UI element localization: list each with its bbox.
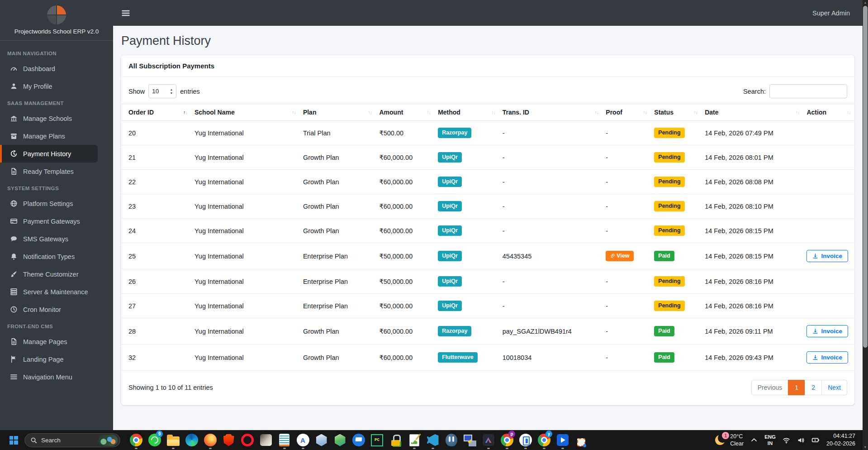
taskbar-icon-file-explorer[interactable] xyxy=(164,431,182,450)
taskbar-icon-chrome[interactable] xyxy=(127,431,145,450)
taskbar-icon-opera[interactable] xyxy=(238,431,256,450)
column-header-proof[interactable]: Proof↑↓ xyxy=(602,104,650,121)
taskbar-icon-report-editor[interactable] xyxy=(405,431,423,450)
volume-icon[interactable] xyxy=(797,436,805,444)
taskbar-icon-remote-monitor[interactable] xyxy=(349,431,368,450)
taskbar-icon-cube-3d[interactable] xyxy=(312,431,331,450)
column-header-plan[interactable]: Plan↑↓ xyxy=(299,104,376,121)
column-label: Proof xyxy=(606,109,622,116)
cell-amount: ₹60,000.00 xyxy=(375,194,434,219)
sidebar-item-manage-schools[interactable]: Manage Schools xyxy=(0,110,113,127)
sidebar-item-label: Server & Maintenance xyxy=(23,288,88,296)
taskbar-icon-vscode[interactable] xyxy=(423,431,442,450)
taskbar-icon-brave[interactable] xyxy=(219,431,238,450)
sidebar-item-ready-templates[interactable]: Ready Templates xyxy=(0,163,113,180)
user-menu[interactable]: Super Admin xyxy=(812,10,850,17)
weather-widget[interactable]: 1 20°C Clear xyxy=(714,433,744,448)
taskbar-icon-peak-a[interactable] xyxy=(479,431,498,450)
column-header-trans-id[interactable]: Trans. ID↑↓ xyxy=(499,104,602,121)
download-icon xyxy=(812,328,818,334)
cell-order-id: 28 xyxy=(121,318,191,345)
invoice-button[interactable]: Invoice xyxy=(806,325,848,337)
scroll-down-icon[interactable]: ▼ xyxy=(863,445,868,449)
column-header-order-id[interactable]: Order ID↑↓ xyxy=(121,104,191,121)
pagination-previous[interactable]: Previous xyxy=(751,380,788,395)
page-size-select[interactable]: 10 ▲▼ xyxy=(148,84,176,98)
sidebar-item-theme-customizer[interactable]: Theme Customizer xyxy=(0,265,113,283)
status-badge: Paid xyxy=(654,352,674,363)
taskbar-icon-firefox[interactable] xyxy=(201,431,219,450)
column-header-school-name[interactable]: School Name↑↓ xyxy=(191,104,299,121)
sidebar-item-manage-plans[interactable]: Manage Plans xyxy=(0,127,113,145)
pagination-next[interactable]: Next xyxy=(821,380,847,395)
taskbar-icon-chrome-profile-p[interactable]: p xyxy=(498,431,516,450)
brand[interactable]: Projectworlds School ERP v2.0 xyxy=(0,0,113,41)
taskbar-icon-winscp[interactable] xyxy=(386,431,405,450)
taskbar-icon-photos[interactable] xyxy=(256,431,275,450)
sidebar-nav: MAIN NAVIGATIONDashboardMy ProfileSAAS M… xyxy=(0,41,113,386)
taskbar-icon-pycharm[interactable] xyxy=(368,431,386,450)
column-header-amount[interactable]: Amount↑↓ xyxy=(375,104,434,121)
sidebar-item-payment-gateways[interactable]: Payment Gateways xyxy=(0,212,113,230)
taskbar-icon-edge[interactable] xyxy=(182,431,201,450)
sort-arrows-icon: ↑↓ xyxy=(693,110,697,115)
cell-plan: Growth Plan xyxy=(299,194,376,219)
taskbar-icon-screen-clip[interactable] xyxy=(572,431,590,450)
start-button[interactable] xyxy=(5,432,22,448)
sidebar-item-payment-history[interactable]: Payment History xyxy=(0,145,98,163)
payments-table: Order ID↑↓School Name↑↓Plan↑↓Amount↑↓Met… xyxy=(121,104,854,371)
cell-plan: Growth Plan xyxy=(299,345,376,371)
sidebar-item-server-maintenance[interactable]: Server & Maintenance xyxy=(0,283,113,301)
column-header-status[interactable]: Status↑↓ xyxy=(650,104,701,121)
sidebar-item-platform-settings[interactable]: Platform Settings xyxy=(0,195,113,212)
weather-temp: 20°C xyxy=(730,433,743,440)
taskbar-icon-remote-desktop[interactable] xyxy=(460,431,479,450)
column-header-action[interactable]: Action↑↓ xyxy=(803,104,854,121)
hidden-icons-chevron[interactable] xyxy=(750,436,758,444)
column-header-date[interactable]: Date↑↓ xyxy=(701,104,803,121)
taskbar-search[interactable]: Search xyxy=(24,433,120,447)
pagination-page-2[interactable]: 2 xyxy=(805,380,822,395)
sidebar-item-manage-pages[interactable]: Manage Pages xyxy=(0,333,113,350)
invoice-button[interactable]: Invoice xyxy=(806,351,848,364)
taskbar-clock[interactable]: 04:41:27 20-02-2026 xyxy=(826,432,855,448)
history-icon xyxy=(10,150,18,158)
browser-scrollbar[interactable]: ▲ ▼ xyxy=(863,0,868,450)
taskbar-icon-phone-door[interactable] xyxy=(516,431,535,450)
sidebar-item-landing-page[interactable]: Landing Page xyxy=(0,350,113,368)
sidebar-item-sms-gateways[interactable]: SMS Gateways xyxy=(0,230,113,248)
language-indicator[interactable]: ENGIN xyxy=(764,434,776,447)
taskbar-icon-app-a[interactable] xyxy=(294,431,312,450)
proof-view-badge[interactable]: View xyxy=(606,251,633,261)
pagination-page-1[interactable]: 1 xyxy=(788,380,805,395)
taskbar-icon-postgresql[interactable] xyxy=(442,431,460,450)
invoice-button[interactable]: Invoice xyxy=(806,250,848,262)
taskbar-icon-notepad-plus-plus[interactable] xyxy=(275,431,294,450)
wifi-icon[interactable] xyxy=(783,436,790,444)
remote-desktop-icon xyxy=(464,434,476,446)
sidebar-toggle-icon[interactable] xyxy=(121,9,130,18)
sidebar-item-label: Payment Gateways xyxy=(23,218,80,225)
scroll-up-icon[interactable]: ▲ xyxy=(863,1,868,4)
column-label: Order ID xyxy=(128,109,154,116)
sidebar-item-cron-monitor[interactable]: Cron Monitor xyxy=(0,301,113,318)
cell-status: Paid xyxy=(650,345,701,371)
taskbar-icon-films-tv[interactable] xyxy=(553,431,572,450)
table-search-input[interactable] xyxy=(769,84,847,98)
taskbar-icon-modeler-cube[interactable] xyxy=(331,431,349,450)
sort-arrows-icon: ↑↓ xyxy=(368,110,372,115)
sidebar-item-my-profile[interactable]: My Profile xyxy=(0,77,113,95)
sidebar-item-dashboard[interactable]: Dashboard xyxy=(0,60,113,77)
card-footer: Showing 1 to 10 of 11 entries Previous12… xyxy=(121,371,854,405)
cell-method: Razorpay xyxy=(434,121,499,145)
sidebar-item-navigation-menu[interactable]: Navigation Menu xyxy=(0,368,113,386)
speedometer-icon xyxy=(10,65,18,72)
taskbar-icon-whatsapp[interactable]: 9 xyxy=(145,431,164,450)
column-header-method[interactable]: Method↑↓ xyxy=(434,104,499,121)
battery-icon[interactable] xyxy=(811,436,820,444)
taskbar-search-label: Search xyxy=(41,437,61,444)
taskbar-icon-chrome-profile-y[interactable]: y xyxy=(535,431,553,450)
scrollbar-thumb[interactable] xyxy=(863,6,868,348)
cell-method: UpiQr xyxy=(434,243,499,269)
sidebar-item-notification-types[interactable]: Notification Types xyxy=(0,248,113,265)
